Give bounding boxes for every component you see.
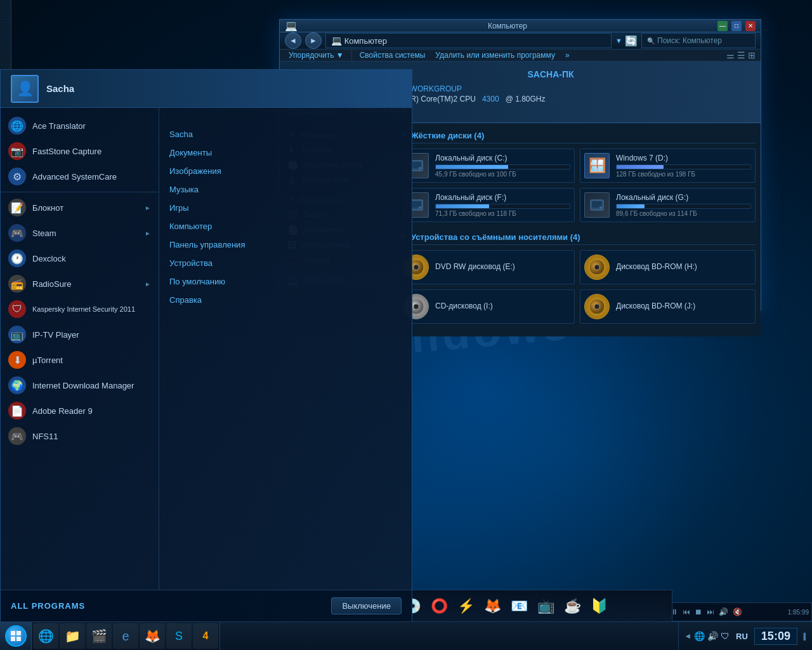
right-computer[interactable]: Компьютер bbox=[169, 219, 402, 234]
close-button[interactable]: ✕ bbox=[745, 21, 756, 31]
right-music[interactable]: Музыка bbox=[169, 182, 402, 197]
taskbar-4-icon[interactable]: 4 bbox=[193, 623, 218, 649]
drive-i-cd[interactable]: CD-дисковод (I:) bbox=[399, 289, 575, 324]
adobe-label: Adobe Reader 9 bbox=[32, 406, 93, 416]
clock-time: 15:09 bbox=[761, 630, 790, 643]
removable-section: ▼ Устройства со съёмными носителями (4) bbox=[399, 230, 756, 324]
menu-item-iptv[interactable]: 📺 IP-TV Player bbox=[1, 322, 159, 347]
drive-f[interactable]: Локальный диск (F:) 71,3 ГБ свободно из … bbox=[399, 188, 575, 222]
search-box[interactable]: 🔍 Поиск: Компьютер bbox=[641, 33, 756, 48]
right-help[interactable]: Справка bbox=[169, 293, 402, 307]
uninstall-button[interactable]: Удалить или изменить программу bbox=[431, 50, 559, 61]
next-button[interactable]: ⏭ bbox=[705, 606, 716, 618]
menu-item-nfs[interactable]: 🎮 NFS11 bbox=[1, 423, 159, 449]
menu-item-dexclock[interactable]: 🕐 Dexclock bbox=[1, 246, 159, 271]
asc-icon: ⚙ bbox=[8, 168, 26, 185]
drive-g[interactable]: Локальный диск (G:) 89,6 ГБ свободно из … bbox=[580, 188, 756, 222]
taskbar-ie-icon[interactable]: 🌐 bbox=[33, 623, 58, 649]
tray-volume-icon[interactable]: 🔊 bbox=[707, 631, 718, 641]
taskbar-firefox-icon[interactable]: 🦊 bbox=[140, 623, 165, 649]
large-icons-button[interactable]: ⊞ bbox=[748, 50, 756, 60]
faststone-icon: 📷 bbox=[8, 142, 26, 160]
taskbar-ie2-icon[interactable]: e bbox=[113, 623, 138, 649]
show-desktop-button[interactable]: ▐ bbox=[800, 633, 807, 640]
menu-item-kaspersky[interactable]: 🛡 Kaspersky Internet Security 2011 bbox=[1, 296, 159, 322]
system-properties-button[interactable]: Свойства системы bbox=[356, 50, 429, 61]
drive-d[interactable]: 🪟 Windows 7 (D:) 128 ГБ свободно из 198 … bbox=[580, 149, 756, 183]
explorer-title: Компьютер bbox=[301, 22, 714, 30]
system-clock[interactable]: 15:09 bbox=[754, 628, 797, 645]
start-menu-right-panel: Sacha Документы Изображения Музыка Игры … bbox=[159, 108, 412, 590]
back-button[interactable]: ◄ bbox=[285, 32, 301, 49]
vol-up-button[interactable]: 🔊 bbox=[717, 606, 730, 618]
start-menu: 👤 Sacha 🌐 Ace Translator 📷 FastStone Cap… bbox=[0, 69, 412, 621]
drives-grid: Локальный диск (C:) 45,9 ГБ свободно из … bbox=[399, 149, 756, 222]
organize-button[interactable]: Упорядочить ▼ bbox=[285, 50, 348, 61]
address-bar[interactable]: 💻 Компьютер bbox=[325, 33, 612, 48]
details-view-button[interactable]: ☰ bbox=[737, 50, 745, 60]
menu-item-faststone[interactable]: 📷 FastStone Capture bbox=[1, 138, 159, 164]
processor-model: 4300 bbox=[482, 95, 499, 103]
mute-button[interactable]: 🔇 bbox=[731, 606, 743, 618]
menu-item-radiosure[interactable]: 📻 RadioSure ► bbox=[1, 271, 159, 296]
right-images[interactable]: Изображения bbox=[169, 164, 402, 178]
dock-tv-icon[interactable]: 📺 bbox=[533, 594, 558, 619]
drive-j-bd[interactable]: Дисковод BD-ROM (J:) bbox=[580, 289, 756, 324]
more-options-button[interactable]: » bbox=[561, 50, 573, 61]
menu-item-idm[interactable]: 🌍 Internet Download Manager bbox=[1, 373, 159, 398]
svg-point-11 bbox=[415, 266, 417, 269]
svg-point-17 bbox=[415, 305, 417, 308]
menu-item-steam[interactable]: 🎮 Steam ► bbox=[1, 220, 159, 246]
menu-item-adobe[interactable]: 📄 Adobe Reader 9 bbox=[1, 398, 159, 423]
dock-badge-icon[interactable]: 🔰 bbox=[586, 594, 612, 619]
all-programs-button[interactable]: ALL PROGRAMS bbox=[11, 601, 85, 611]
drive-h-bd[interactable]: Дисковод BD-ROM (H:) bbox=[580, 250, 756, 284]
right-devices[interactable]: Устройства bbox=[169, 256, 402, 270]
dock-round-icon[interactable]: ⭕ bbox=[426, 594, 452, 619]
drive-e-name: DVD RW дисковод (E:) bbox=[435, 262, 570, 271]
menu-item-ace-translator[interactable]: 🌐 Ace Translator bbox=[1, 113, 159, 138]
steam-icon: 🎮 bbox=[8, 224, 26, 242]
drive-e-dvd[interactable]: DVD RW дисковод (E:) bbox=[399, 250, 575, 284]
taskbar-explorer-icon[interactable]: 📁 bbox=[60, 623, 85, 649]
dock-mail-icon[interactable]: 📧 bbox=[506, 594, 532, 619]
svg-rect-21 bbox=[11, 631, 15, 635]
right-documents[interactable]: Документы bbox=[169, 145, 402, 160]
search-icon: 🔍 bbox=[647, 37, 655, 44]
drive-f-free: 71,3 ГБ свободно из 118 ГБ bbox=[435, 210, 570, 217]
shutdown-button[interactable]: Выключение bbox=[331, 597, 402, 614]
dock-firefox-icon[interactable]: 🦊 bbox=[480, 594, 505, 619]
minimize-button[interactable]: — bbox=[717, 21, 728, 31]
tray-network-icon[interactable]: 🌐 bbox=[694, 631, 705, 641]
utorrent-icon: ⬇ bbox=[8, 351, 26, 369]
menu-item-utorrent[interactable]: ⬇ µTorrent bbox=[1, 347, 159, 373]
idm-icon: 🌍 bbox=[8, 376, 26, 394]
username: Sacha bbox=[46, 83, 74, 94]
menu-item-notepad[interactable]: 📝 Блокнот ► bbox=[1, 195, 159, 220]
drive-h-name: Дисковод BD-ROM (H:) bbox=[616, 262, 751, 271]
dock-coffee-icon[interactable]: ☕ bbox=[560, 594, 585, 619]
taskbar-media-icon[interactable]: 🎬 bbox=[86, 623, 112, 649]
taskbar-skype-icon[interactable]: S bbox=[166, 623, 192, 649]
maximize-button[interactable]: □ bbox=[731, 21, 742, 31]
prev-button[interactable]: ⏮ bbox=[681, 606, 691, 618]
menu-item-asc[interactable]: ⚙ Advanced SystemCare bbox=[1, 164, 159, 189]
drive-g-icon bbox=[584, 192, 610, 218]
forward-button[interactable]: ► bbox=[305, 32, 322, 49]
removable-label: Устройства со съёмными носителями (4) bbox=[411, 232, 580, 242]
start-button[interactable] bbox=[0, 622, 32, 651]
tray-expand-button[interactable]: ◄ bbox=[684, 632, 691, 640]
stop-button[interactable]: ⏹ bbox=[693, 606, 704, 618]
right-control-panel[interactable]: Панель управления bbox=[169, 237, 402, 252]
drive-c[interactable]: Локальный диск (C:) 45,9 ГБ свободно из … bbox=[399, 149, 575, 183]
tray-security-icon[interactable]: 🛡 bbox=[721, 631, 730, 641]
view-toggle-button[interactable]: ⚌ bbox=[726, 50, 735, 60]
right-sacha[interactable]: Sacha bbox=[169, 127, 402, 142]
tray-language[interactable]: RU bbox=[732, 632, 752, 641]
dock-lightning-icon[interactable]: ⚡ bbox=[453, 594, 478, 619]
right-defaults[interactable]: По умолчанию bbox=[169, 274, 402, 289]
dropdown-arrow[interactable]: ▼ bbox=[615, 37, 622, 44]
processor-speed: @ 1.80GHz bbox=[506, 95, 546, 103]
right-games[interactable]: Игры bbox=[169, 201, 402, 215]
refresh-button[interactable]: 🔄 bbox=[625, 35, 638, 47]
